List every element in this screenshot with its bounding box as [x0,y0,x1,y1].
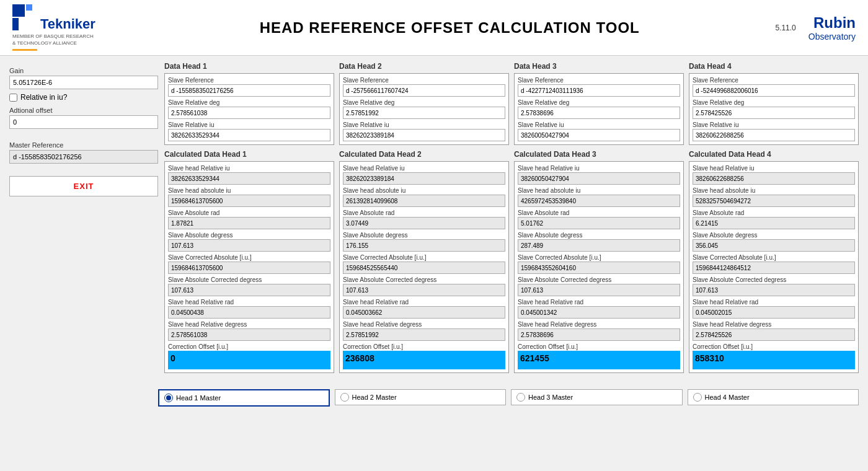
slave-reference-label-4: Slave Reference [693,77,855,84]
field-value-3-3[interactable] [518,239,680,252]
data-column-1: Data Head 1Slave ReferenceSlave Relative… [164,62,334,378]
slave-relative-iu-label-4: Slave Relative iu [693,121,855,128]
master-radio-row-2[interactable]: Head 2 Master [335,389,507,405]
field-value-2-5[interactable] [343,284,505,296]
field-label-1-0: Slave head Relative iu [168,165,330,172]
field-value-3-1[interactable] [518,195,680,207]
field-value-3-0[interactable] [518,172,680,185]
master-radio-row-1[interactable]: Head 1 Master [158,389,330,407]
master-reference-input[interactable] [9,150,158,164]
field-value-2-7[interactable] [343,328,505,341]
field-label-3-5: Slave Absolute Corrected degress [518,276,680,283]
data-column-2: Data Head 2Slave ReferenceSlave Relative… [339,62,509,378]
field-value-3-6[interactable] [518,306,680,319]
field-value-1-0[interactable] [168,172,330,185]
rubin-text: Rubin [808,14,856,32]
calc-box-2: Slave head Relative iuSlave head absolut… [339,161,509,373]
field-label-1-1: Slave head absolute iu [168,187,330,194]
slave-relative-iu-value-1[interactable] [168,129,330,141]
field-value-3-5[interactable] [518,284,680,296]
field-value-4-5[interactable] [693,284,855,296]
slave-relative-deg-value-4[interactable] [693,107,855,119]
relative-checkbox[interactable] [9,94,17,102]
field-label-4-7: Slave head Relative degress [693,321,855,328]
field-label-3-8: Correction Offset [i.u.] [518,343,680,350]
title-area: HEAD REFERENCE OFFSET CALCULATION TOOL [124,19,775,37]
bottom-item-2: Head 2 Master [335,384,507,407]
column-title-1: Data Head 1 [164,62,334,71]
field-value-4-7[interactable] [693,328,855,341]
slave-relative-deg-value-3[interactable] [518,107,680,119]
bottom-item-1: Head 1 Master [158,384,330,407]
slave-relative-deg-label-1: Slave Relative deg [168,99,330,106]
field-label-4-6: Slave head Relative rad [693,299,855,306]
bottom-item-4: Head 4 Master [688,384,859,407]
slave-reference-value-2[interactable] [343,84,505,97]
radio-circle-2 [340,393,349,402]
field-value-2-6[interactable] [343,306,505,319]
main-content: Gain Relative in iu? Adtional offset Mas… [0,56,868,384]
correction-offset-value-2: 236808 [343,351,505,369]
field-label-1-7: Slave head Relative degress [168,321,330,328]
calc-title-4: Calculated Data Head 4 [689,150,859,159]
radio-circle-4 [693,393,702,402]
field-label-3-0: Slave head Relative iu [518,165,680,172]
exit-button[interactable]: EXIT [9,176,158,196]
field-value-4-6[interactable] [693,306,855,319]
slave-relative-deg-value-2[interactable] [343,107,505,119]
logo-text: Tekniker [40,16,95,32]
field-value-4-0[interactable] [693,172,855,185]
field-value-4-3[interactable] [693,239,855,252]
master-radio-row-4[interactable]: Head 4 Master [688,389,859,405]
slave-relative-iu-value-2[interactable] [343,129,505,141]
field-value-2-3[interactable] [343,239,505,252]
field-value-3-2[interactable] [518,217,680,229]
master-radio-row-3[interactable]: Head 3 Master [511,389,683,405]
slave-relative-iu-value-4[interactable] [693,129,855,141]
correction-offset-value-1: 0 [168,351,330,369]
field-value-1-6[interactable] [168,306,330,319]
field-value-3-4[interactable] [518,262,680,274]
field-value-2-0[interactable] [343,172,505,185]
field-label-4-3: Slave Absolute degress [693,232,855,239]
logo-t: Tekniker [12,4,124,32]
logo-area: Tekniker MEMBER OF BASQUE RESEARCH& TECH… [12,4,124,51]
field-value-4-4[interactable] [693,262,855,274]
data-box-1: Slave ReferenceSlave Relative degSlave R… [164,73,334,145]
calc-title-1: Calculated Data Head 1 [164,150,334,159]
slave-reference-value-3[interactable] [518,84,680,97]
additional-offset-input[interactable] [9,115,158,129]
field-value-1-2[interactable] [168,217,330,229]
left-panel: Gain Relative in iu? Adtional offset Mas… [9,62,158,378]
observatory-text: Observatory [808,32,856,42]
field-value-1-1[interactable] [168,195,330,207]
slave-reference-value-1[interactable] [168,84,330,97]
field-value-2-1[interactable] [343,195,505,207]
field-label-2-5: Slave Absolute Corrected degress [343,276,505,283]
gain-input[interactable] [9,76,158,89]
field-value-2-4[interactable] [343,262,505,274]
svg-rect-0 [12,4,25,17]
master-label-1: Head 1 Master [176,394,221,402]
field-value-1-4[interactable] [168,262,330,274]
slave-relative-iu-label-2: Slave Relative iu [343,121,505,128]
field-value-1-7[interactable] [168,328,330,341]
field-value-2-2[interactable] [343,217,505,229]
slave-reference-value-4[interactable] [693,84,855,97]
slave-relative-deg-value-1[interactable] [168,107,330,119]
version-area: 5.11.0 [775,24,795,32]
field-value-4-2[interactable] [693,217,855,229]
master-label-2: Head 2 Master [352,394,397,401]
column-title-4: Data Head 4 [689,62,859,71]
field-value-3-7[interactable] [518,328,680,341]
field-value-4-1[interactable] [693,195,855,207]
bottom-item-3: Head 3 Master [511,384,683,407]
correction-offset-value-3: 621455 [518,351,680,369]
slave-reference-label-2: Slave Reference [343,77,505,84]
svg-rect-2 [12,18,19,30]
calc-title-3: Calculated Data Head 3 [514,150,684,159]
slave-relative-iu-value-3[interactable] [518,129,680,141]
field-value-1-5[interactable] [168,284,330,296]
slave-reference-label-3: Slave Reference [518,77,680,84]
field-value-1-3[interactable] [168,239,330,252]
